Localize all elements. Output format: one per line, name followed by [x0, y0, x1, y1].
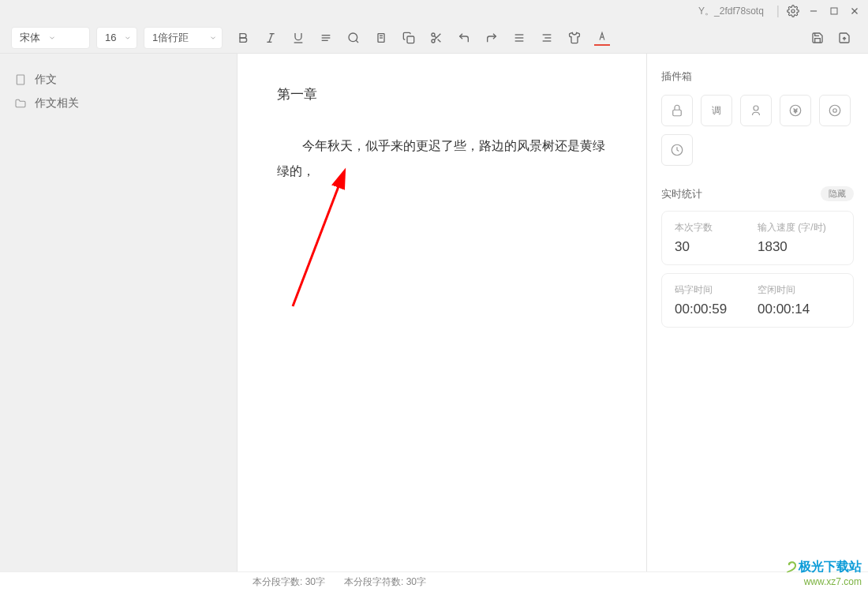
sidebar-item-essay[interactable]: 作文	[11, 68, 226, 92]
svg-point-19	[432, 39, 435, 43]
copy-icon[interactable]	[401, 30, 417, 46]
stat-card-words: 本次字数 30 输入速度 (字/时) 1830	[661, 211, 854, 265]
textcolor-icon[interactable]	[594, 30, 610, 46]
stat-label: 输入速度 (字/时)	[758, 221, 840, 234]
statusbar: 本分段字数: 30字 本分段字符数: 30字	[0, 571, 868, 592]
stat-value: 00:00:14	[758, 302, 840, 317]
status-para-words: 本分段字数: 30字	[253, 575, 325, 589]
plugin-lock[interactable]	[661, 95, 693, 126]
plugin-history[interactable]	[661, 134, 693, 166]
stat-value: 00:00:59	[675, 302, 758, 317]
svg-point-35	[829, 105, 840, 116]
toolbar: 宋体 16 1倍行距	[0, 22, 868, 54]
maximize-icon[interactable]	[827, 4, 841, 18]
linespacing-select[interactable]: 1倍行距	[144, 27, 223, 49]
underline-icon[interactable]	[290, 30, 306, 46]
shirt-icon[interactable]	[567, 30, 582, 46]
right-tool-icons	[810, 30, 852, 46]
watermark-url: www.xz7.com	[787, 576, 862, 587]
svg-rect-29	[17, 75, 24, 84]
main-area: 作文 作文相关 第一章 今年秋天，似乎来的更迟了些，路边的风景树还是黄绿绿的， …	[0, 54, 868, 571]
minimize-icon[interactable]	[806, 4, 821, 18]
svg-text:¥: ¥	[794, 107, 798, 114]
chapter-title: 第一章	[277, 85, 607, 103]
search-icon[interactable]	[346, 30, 361, 46]
cut-icon[interactable]	[428, 30, 444, 46]
sidebar: 作文 作文相关	[0, 54, 237, 571]
linespacing-label: 1倍行距	[152, 31, 189, 45]
svg-line-30	[293, 172, 344, 306]
hide-button[interactable]: 隐藏	[821, 186, 854, 201]
plugin-head[interactable]	[740, 95, 772, 126]
stat-label: 本次字数	[675, 221, 758, 234]
italic-icon[interactable]	[263, 30, 279, 46]
svg-point-18	[432, 33, 435, 36]
watermark-brand: 极光下载站	[799, 559, 862, 575]
redo-icon[interactable]	[484, 30, 499, 46]
close-icon[interactable]	[847, 4, 862, 18]
svg-point-36	[833, 109, 837, 113]
watermark: ੭极光下载站 www.xz7.com	[787, 558, 862, 587]
plugin-currency[interactable]: ¥	[780, 95, 811, 126]
undo-icon[interactable]	[456, 30, 472, 46]
sidebar-item-essay-related[interactable]: 作文相关	[11, 92, 226, 115]
svg-rect-17	[407, 36, 414, 43]
svg-point-0	[791, 9, 795, 13]
stat-label: 码字时间	[675, 283, 758, 297]
chevron-down-icon	[124, 34, 132, 42]
arrow-annotation	[269, 164, 364, 314]
plugin-at[interactable]	[819, 95, 851, 126]
stats-header: 实时统计 隐藏	[661, 186, 854, 201]
stat-card-time: 码字时间 00:00:59 空闲时间 00:00:14	[661, 273, 854, 328]
svg-point-32	[754, 106, 758, 111]
plugins-title: 插件箱	[661, 69, 854, 84]
svg-line-7	[269, 33, 272, 42]
svg-rect-31	[673, 110, 682, 116]
align-icon[interactable]	[511, 30, 527, 46]
font-label: 宋体	[20, 31, 40, 45]
stats-title: 实时统计	[661, 187, 702, 201]
plugin-grid: 调 ¥	[661, 95, 854, 166]
stat-value: 30	[675, 239, 758, 255]
divider: |	[776, 4, 780, 18]
stat-label: 空闲时间	[758, 283, 840, 297]
fontsize-label: 16	[105, 32, 116, 43]
svg-line-22	[434, 36, 436, 38]
svg-line-21	[438, 39, 441, 42]
sidebar-item-label: 作文相关	[35, 96, 79, 111]
editor[interactable]: 第一章 今年秋天，似乎来的更迟了些，路边的风景树还是黄绿绿的，	[237, 54, 647, 571]
svg-line-13	[356, 40, 358, 43]
fontsize-select[interactable]: 16	[96, 27, 137, 49]
settings-icon[interactable]	[786, 4, 800, 18]
editor-body: 今年秋天，似乎来的更迟了些，路边的风景树还是黄绿绿的，	[277, 133, 607, 184]
chevron-down-icon	[209, 34, 217, 42]
format-icons	[235, 30, 610, 46]
titlebar: Y。_2fdf78sotq |	[0, 0, 868, 22]
file-icon	[14, 73, 27, 86]
folder-icon	[14, 97, 27, 110]
save-icon[interactable]	[810, 30, 825, 46]
svg-rect-2	[831, 8, 837, 14]
right-panel: 插件箱 调 ¥ 实时统计 隐藏 本次字数 30 输入速度 (字/时) 1830	[647, 54, 868, 571]
export-icon[interactable]	[836, 30, 852, 46]
indent-icon[interactable]	[539, 30, 555, 46]
font-select[interactable]: 宋体	[11, 27, 90, 49]
bold-icon[interactable]	[235, 30, 251, 46]
chevron-down-icon	[48, 34, 56, 42]
stat-value: 1830	[758, 239, 840, 255]
svg-point-12	[349, 33, 357, 42]
plugin-tune[interactable]: 调	[701, 95, 732, 126]
strikethrough-icon[interactable]	[318, 30, 334, 46]
status-para-chars: 本分段字符数: 30字	[344, 575, 426, 589]
window-title: Y。_2fdf78sotq	[698, 5, 764, 18]
paste-icon[interactable]	[373, 30, 389, 46]
sidebar-item-label: 作文	[35, 73, 57, 87]
